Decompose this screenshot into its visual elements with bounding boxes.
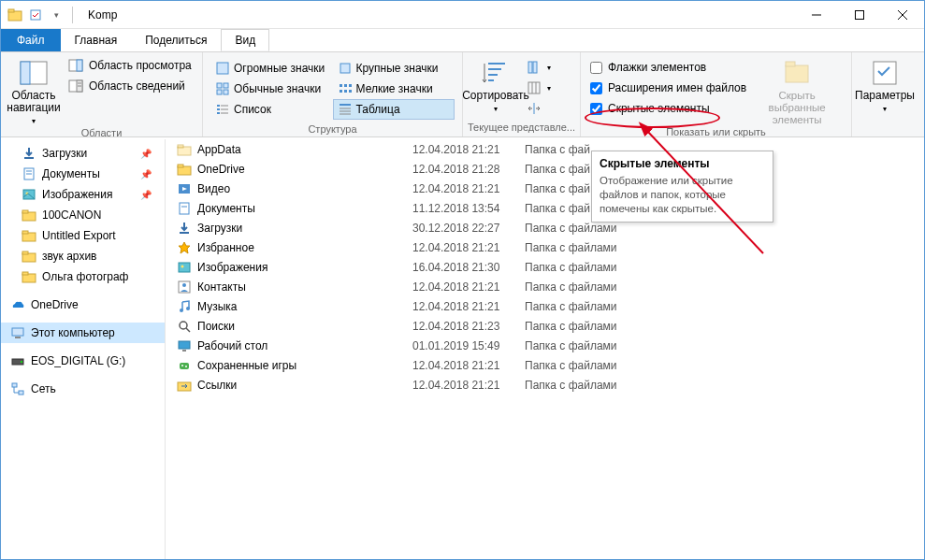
svg-rect-19 (217, 90, 222, 94)
tab-view[interactable]: Вид (221, 29, 269, 51)
maximize-button[interactable] (838, 1, 881, 29)
file-row[interactable]: AppData12.04.2018 21:21Папка с фай (166, 139, 924, 159)
nav-sound[interactable]: звук архив (1, 246, 165, 266)
nav-untitled[interactable]: Untitled Export (1, 225, 165, 246)
details-pane-button[interactable]: Область сведений (68, 77, 192, 95)
file-row[interactable]: Поиски12.04.2018 21:23Папка с файлами (166, 316, 924, 336)
file-date: 12.04.2018 21:21 (412, 359, 525, 372)
sort-button[interactable]: Сортировать▾ (467, 54, 525, 122)
svg-rect-29 (217, 108, 220, 110)
nav-onedrive[interactable]: OneDrive (1, 294, 165, 315)
close-button[interactable] (881, 1, 924, 29)
file-type-icon (177, 201, 192, 216)
layout-medium[interactable]: Обычные значки (210, 79, 333, 99)
file-type: Папка с файлами (525, 320, 617, 333)
file-type-icon (177, 260, 192, 275)
group-by-button[interactable]: ▾ (527, 58, 551, 77)
file-name: Документы (197, 202, 412, 215)
file-row[interactable]: Сохраненные игры12.04.2018 21:21Папка с … (166, 355, 924, 375)
svg-rect-59 (22, 231, 28, 234)
nav-pictures[interactable]: Изображения📌 (1, 184, 165, 205)
layout-large[interactable]: Крупные значки (333, 58, 455, 79)
file-type-icon (177, 142, 192, 157)
file-name: OneDrive (197, 163, 412, 176)
file-name: Сохраненные игры (197, 359, 412, 372)
nav-downloads[interactable]: Загрузки📌 (1, 143, 165, 164)
file-row[interactable]: Рабочий стол01.01.2019 15:49Папка с файл… (166, 336, 924, 355)
pictures-icon (22, 187, 36, 202)
file-name: AppData (197, 143, 412, 156)
hidden-items-toggle[interactable]: Скрытые элементы (590, 99, 746, 118)
nav-eos[interactable]: EOS_DIGITAL (G:) (1, 351, 165, 371)
file-name: Ссылки (197, 379, 412, 392)
svg-rect-27 (217, 105, 220, 107)
file-row[interactable]: Загрузки30.12.2018 22:27Папка с файлами (166, 218, 924, 237)
preview-pane-button[interactable]: Область просмотра (68, 56, 192, 75)
layout-extralarge[interactable]: Огромные значки (210, 58, 333, 79)
content-area: Загрузки📌 Документы📌 Изображения📌 100CAN… (1, 139, 924, 559)
nav-100canon[interactable]: 100CANON (1, 205, 165, 225)
file-row[interactable]: Контакты12.04.2018 21:21Папка с файлами (166, 277, 924, 296)
file-row[interactable]: Ссылки12.04.2018 21:21Папка с файлами (166, 375, 924, 395)
layout-list[interactable]: Список (210, 99, 333, 120)
svg-point-79 (181, 265, 184, 267)
folder-icon (22, 269, 36, 284)
item-checkboxes-toggle[interactable]: Флажки элементов (590, 58, 746, 77)
minimize-button[interactable] (795, 1, 838, 29)
file-row[interactable]: Музыка12.04.2018 21:21Папка с файлами (166, 296, 924, 316)
pin-icon: 📌 (140, 169, 152, 179)
autosize-icon (527, 101, 542, 116)
svg-rect-17 (217, 83, 222, 88)
file-type: Папка с фай (525, 163, 590, 176)
file-row[interactable]: Избранное12.04.2018 21:21Папка с файлами (166, 237, 924, 257)
svg-rect-73 (178, 165, 183, 167)
svg-rect-4 (856, 10, 864, 19)
tab-share[interactable]: Поделиться (131, 29, 221, 51)
file-row[interactable]: OneDrive12.04.2018 21:28Папка с фай (166, 159, 924, 179)
downloads-icon (22, 146, 36, 161)
file-type-icon (177, 299, 192, 314)
svg-rect-57 (22, 210, 28, 213)
extralarge-icons-icon (215, 61, 230, 76)
nav-thispc[interactable]: Этот компьютер (1, 323, 165, 343)
svg-rect-21 (340, 84, 342, 87)
nav-olga[interactable]: Ольга фотограф (1, 266, 165, 287)
file-row[interactable]: Видео12.04.2018 21:21Папка с фай (166, 179, 924, 198)
svg-line-85 (186, 328, 190, 332)
small-icons-icon (338, 81, 353, 96)
file-row[interactable]: Изображения16.04.2018 21:30Папка с файла… (166, 257, 924, 277)
nav-documents[interactable]: Документы📌 (1, 164, 165, 184)
folder-icon (22, 208, 36, 223)
qat-dropdown-icon[interactable]: ▾ (48, 7, 65, 23)
navigation-pane-button[interactable]: Область навигации ▾ (5, 54, 63, 127)
file-extensions-toggle[interactable]: Расширения имен файлов (590, 79, 746, 97)
file-row[interactable]: Документы11.12.2018 13:54Папка с фай (166, 198, 924, 218)
svg-rect-23 (349, 84, 352, 87)
svg-rect-1 (8, 9, 14, 12)
file-type: Папка с файлами (525, 339, 617, 352)
navigation-pane-label: Область навигации ▾ (5, 90, 63, 127)
file-type-icon (177, 181, 192, 196)
ribbon: Область навигации ▾ Область просмотра Об… (1, 51, 924, 137)
tab-file[interactable]: Файл (1, 29, 61, 51)
currentview-group-caption: Текущее представле... (467, 122, 576, 136)
svg-rect-20 (224, 90, 228, 94)
properties-icon[interactable] (27, 7, 44, 23)
svg-rect-87 (182, 350, 186, 352)
layout-small[interactable]: Мелкие значки (333, 79, 455, 99)
tab-home[interactable]: Главная (61, 29, 132, 51)
file-type: Папка с файлами (525, 359, 617, 372)
thispc-icon (10, 325, 25, 340)
add-columns-button[interactable]: ▾ (527, 79, 551, 97)
size-columns-button[interactable] (527, 99, 551, 118)
network-icon (10, 381, 25, 396)
options-button[interactable]: Параметры▾ (856, 54, 914, 122)
svg-rect-10 (77, 60, 82, 71)
file-date: 12.04.2018 21:21 (412, 182, 525, 195)
file-name: Музыка (197, 300, 412, 313)
nav-network[interactable]: Сеть (1, 379, 165, 399)
svg-rect-2 (31, 10, 40, 20)
layout-details[interactable]: Таблица (333, 99, 455, 120)
file-type-icon (177, 358, 192, 373)
navigation-pane-icon (19, 58, 49, 88)
